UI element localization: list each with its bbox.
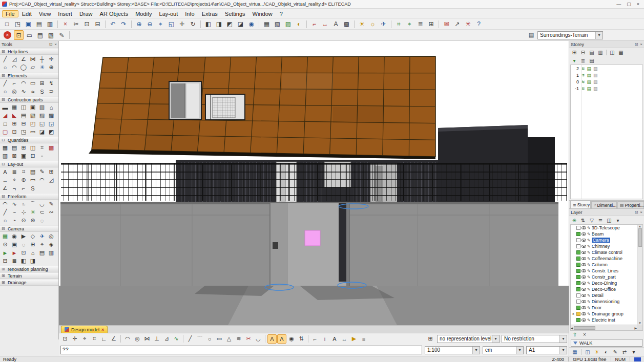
display-mode-icon[interactable]: ▦ <box>571 348 579 355</box>
layer-filter-icon[interactable]: ▽ <box>588 217 596 224</box>
tool-icon[interactable]: ≣ <box>10 168 18 176</box>
menu-item[interactable]: Info <box>181 10 198 17</box>
close-button[interactable]: × <box>637 2 639 7</box>
toolbar-icon[interactable] <box>69 31 70 39</box>
tool-icon[interactable]: ⌂ <box>29 249 37 257</box>
storey-properties-icon[interactable]: ▤ <box>588 49 596 56</box>
layer-sort-icon[interactable]: ⇅ <box>579 217 587 224</box>
editable-pencil-icon[interactable]: ✎ <box>587 263 591 267</box>
tab-properties[interactable]: ▤ Properti... <box>617 201 644 208</box>
view-3d-icon[interactable]: ◪ <box>236 19 245 29</box>
plot-icon[interactable]: ▥ <box>45 19 55 29</box>
hatch-select-icon[interactable]: ▧ <box>46 30 56 40</box>
menu-item[interactable]: Edit <box>18 10 35 17</box>
open-file-icon[interactable]: ◳ <box>13 19 23 29</box>
info-mode-icon[interactable]: i <box>320 334 329 344</box>
collapse-icon[interactable]: ⊟ <box>2 226 6 231</box>
tool-icon[interactable]: ⌐ <box>10 79 18 87</box>
toolbar-icon[interactable] <box>131 20 132 28</box>
cut-icon[interactable]: ✂ <box>71 19 81 29</box>
pin-icon[interactable]: ⊡ <box>635 210 638 215</box>
tool-icon[interactable]: ◰ <box>29 120 37 127</box>
paste-icon[interactable]: ⊟ <box>93 19 102 29</box>
layer-row[interactable]: ✎ Column <box>571 262 637 268</box>
editable-pencil-icon[interactable]: ✎ <box>587 269 591 273</box>
storey-plan-icon[interactable]: ▤ <box>587 73 592 78</box>
text-mode-icon[interactable]: A <box>330 334 339 344</box>
tool-icon[interactable]: ◌ <box>19 241 28 248</box>
tool-icon[interactable]: ▱ <box>29 63 37 71</box>
snap-perpendicular-icon[interactable]: ⊥ <box>152 334 161 344</box>
toolbar-icon[interactable] <box>391 20 391 28</box>
tool-icon[interactable]: ▥ <box>47 249 55 257</box>
tool-icon[interactable]: ► <box>10 249 18 257</box>
section-header-camera[interactable]: ⊟ Camera <box>0 225 58 232</box>
tool-icon[interactable]: ⌗ <box>19 168 28 176</box>
layer-menu-icon[interactable]: ▾ <box>614 217 622 224</box>
tool-icon[interactable]: □ <box>1 120 9 127</box>
snap-icon[interactable]: ⌖ <box>405 19 414 29</box>
tool-icon[interactable]: ▦ <box>1 144 9 152</box>
sync-icon[interactable]: ⇄ <box>620 348 629 355</box>
tool-icon[interactable]: ▩ <box>47 112 55 119</box>
tool-icon[interactable]: ⊟ <box>19 120 28 127</box>
storey-tree-icon[interactable]: ▾ <box>570 57 578 64</box>
chevron-down-icon[interactable]: ▾ <box>559 347 567 354</box>
list-icon[interactable]: ≡ <box>359 334 368 344</box>
undo-icon[interactable]: ↶ <box>108 19 118 29</box>
storey-model-icon[interactable]: ▥ <box>593 79 598 84</box>
tool-icon[interactable]: ⌂ <box>47 103 55 111</box>
tool-icon[interactable]: ◠ <box>19 79 28 87</box>
unit-dropdown[interactable]: cm ▾ <box>483 346 524 354</box>
tool-icon[interactable]: ≣ <box>10 257 18 265</box>
layer-row[interactable]: ✎ Beam <box>571 231 637 237</box>
pink-marker[interactable] <box>305 230 320 246</box>
editable-pencil-icon[interactable]: ✎ <box>587 300 591 304</box>
collapse-icon[interactable]: ⊟ <box>2 73 6 78</box>
tool-icon[interactable]: ◣ <box>10 112 18 119</box>
tool-icon[interactable]: ~ <box>10 208 18 216</box>
storey-visibility-icon[interactable]: ≋ <box>581 86 585 91</box>
menu-item[interactable]: Insert <box>54 10 76 17</box>
chevron-down-icon[interactable]: ▾ <box>472 347 480 354</box>
tool-icon[interactable]: ⊞ <box>10 120 18 127</box>
print-icon[interactable]: ▤ <box>34 19 44 29</box>
close-icon[interactable]: × <box>640 42 642 47</box>
scrollbar-thumb[interactable] <box>574 326 595 330</box>
tool-icon[interactable]: ◩ <box>47 128 55 136</box>
tool-icon[interactable]: ✳ <box>38 63 46 71</box>
storey-row[interactable]: -1 ≋ ▤ ▥ <box>571 85 642 92</box>
tool-icon[interactable]: ⌗ <box>38 144 46 152</box>
view-front-icon[interactable]: ◧ <box>203 19 213 29</box>
tool-icon[interactable]: ¬ <box>10 184 18 192</box>
tool-icon[interactable]: ▦ <box>10 103 18 111</box>
hidden-line-icon[interactable]: ▧ <box>273 19 282 29</box>
editable-pencil-icon[interactable]: ✎ <box>587 232 591 237</box>
tool-icon[interactable]: ✎ <box>38 168 46 176</box>
section-header-drainage[interactable]: ⊞ Drainage <box>0 279 58 286</box>
tool-icon[interactable]: ≈ <box>19 200 28 208</box>
tool-icon[interactable]: ∠ <box>1 184 9 192</box>
tool-icon[interactable]: ▭ <box>29 128 37 136</box>
layer-sheet-icon[interactable]: ▤ <box>35 30 45 40</box>
tool-icon[interactable]: ⊙ <box>1 241 9 248</box>
collapse-icon[interactable]: ⊟ <box>2 97 6 102</box>
tool-icon[interactable]: ⊕ <box>19 176 28 184</box>
tool-icon[interactable]: ⊞ <box>19 144 28 152</box>
polygon-tool-icon[interactable]: △ <box>224 334 234 344</box>
tool-icon[interactable]: ◠ <box>10 63 18 71</box>
layer-group-icon[interactable]: ◫ <box>605 217 613 224</box>
storey-plan-icon[interactable]: ▤ <box>587 86 592 91</box>
tool-icon[interactable]: ► <box>1 249 9 257</box>
tool-icon[interactable]: ↯ <box>47 79 55 87</box>
storey-visibility-icon[interactable]: ≋ <box>581 79 585 84</box>
tool-icon[interactable]: ◉ <box>10 232 18 240</box>
trim-tool-icon[interactable]: ✂ <box>244 334 253 344</box>
menu-item[interactable]: Lay-out <box>156 10 182 17</box>
walk-filter-item[interactable]: WALK <box>571 339 642 347</box>
visibility-eye-icon[interactable] <box>581 269 586 272</box>
layer-list-icon[interactable]: ≣ <box>596 217 605 224</box>
close-icon[interactable]: × <box>101 327 104 332</box>
tool-icon[interactable]: ▥ <box>38 103 46 111</box>
tool-icon[interactable]: ▫ <box>38 152 46 160</box>
